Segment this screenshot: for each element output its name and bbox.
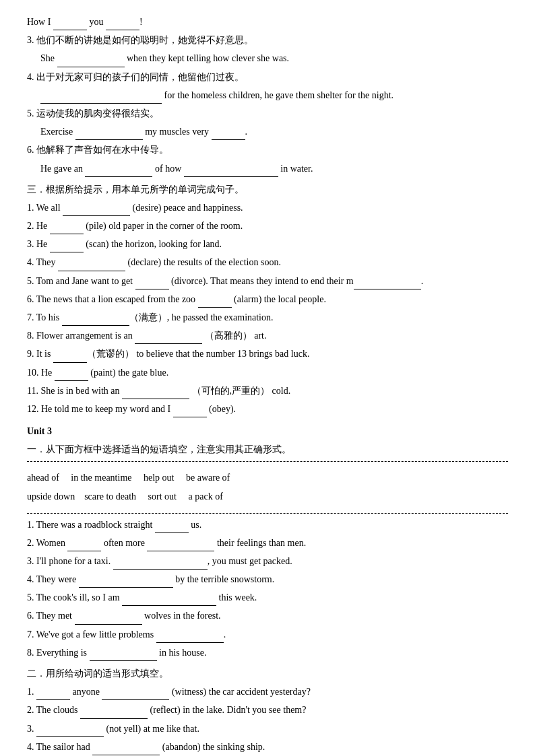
- blank-s3-6[interactable]: [198, 297, 232, 308]
- blank-s3-12[interactable]: [173, 407, 207, 417]
- s3-item-6: 6. The news that a lion escaped from the…: [27, 291, 508, 308]
- blank-u3s2-4[interactable]: [92, 745, 160, 755]
- line-he-gave: He gave an of how in water.: [27, 160, 508, 177]
- blank-s3-1[interactable]: [63, 205, 130, 216]
- u3s1-item-1: 1. There was a roadblock straight us.: [27, 516, 508, 533]
- s3-item-11: 11. She is in bed with an （可怕的,严重的） cold…: [27, 382, 508, 399]
- u3s2-item-4: 4. The sailor had (abandon) the sinking …: [27, 738, 508, 755]
- u3s2-item-1: 1. anyone (witness) the car accident yes…: [27, 683, 508, 700]
- blank-s3-11[interactable]: [122, 388, 189, 399]
- blank-6[interactable]: [212, 129, 245, 140]
- s3-item-10: 10. He (paint) the gate blue.: [27, 364, 508, 381]
- u3s2-header: 二．用所给动词的适当形式填空。: [27, 665, 508, 682]
- line-6-chinese: 6. 他解释了声音如何在水中传导。: [27, 141, 508, 158]
- s3-item-9: 9. It is （荒谬的） to believe that the numbe…: [27, 345, 508, 362]
- line-she: She when they kept telling how clever sh…: [27, 50, 508, 67]
- u3s1-item-8: 8. Everything is in his house.: [27, 644, 508, 661]
- blank-s3-5a[interactable]: [135, 279, 169, 289]
- s3-item-8: 8. Flower arrangement is an （高雅的） art.: [27, 327, 508, 344]
- blank-4[interactable]: [40, 93, 162, 104]
- blank-5[interactable]: [75, 129, 143, 140]
- blank-s3-9[interactable]: [53, 352, 87, 363]
- line-3-chinese: 3. 他们不断的讲她是如何的聪明时，她觉得不好意思。: [27, 32, 508, 48]
- blank-u3s1-1[interactable]: [155, 522, 189, 533]
- phrase-row-2: upside down scare to death sort out a pa…: [27, 487, 508, 506]
- blank-u3s2-1a[interactable]: [36, 689, 70, 700]
- line-how-i: How I you !: [27, 13, 508, 30]
- blank-1[interactable]: [53, 20, 87, 30]
- u3s1-item-6: 6. They met wolves in the forest.: [27, 607, 508, 624]
- blank-u3s1-2a[interactable]: [67, 541, 101, 551]
- section3-header: 三．根据所给提示，用本单元所学的单词完成句子。: [27, 181, 508, 198]
- u3s2-item-3: 3. (not yell) at me like that.: [27, 720, 508, 737]
- section-three-unit2: 三．根据所给提示，用本单元所学的单词完成句子。 1. We all (desir…: [27, 181, 508, 417]
- blank-s3-3[interactable]: [50, 242, 84, 252]
- s3-item-1: 1. We all (desire) peace and happiness.: [27, 199, 508, 216]
- blank-3[interactable]: [57, 57, 125, 67]
- u3s1-item-2: 2. Women often more their feelings than …: [27, 535, 508, 551]
- line-5-chinese: 5. 运动使我的肌肉变得很结实。: [27, 105, 508, 122]
- unit3-section2: 二．用所给动词的适当形式填空。 1. anyone (witness) the …: [27, 665, 508, 756]
- blank-u3s1-6[interactable]: [75, 614, 142, 625]
- divider-bottom: [27, 513, 508, 514]
- line-homeless: for the homeless children, he gave them …: [27, 87, 508, 104]
- blank-s3-5b[interactable]: [354, 279, 421, 289]
- blank-s3-4[interactable]: [58, 261, 125, 271]
- blank-u3s2-1b[interactable]: [102, 689, 169, 700]
- unit3-title: Unit 3: [27, 423, 508, 440]
- s3-item-12: 12. He told me to keep my word and I (ob…: [27, 401, 508, 417]
- u3s1-item-7: 7. We've got a few little problems .: [27, 626, 508, 643]
- blank-7[interactable]: [85, 166, 152, 177]
- blank-8[interactable]: [184, 166, 278, 177]
- phrase-row-1: ahead of in the meantime help out be awa…: [27, 469, 508, 487]
- blank-u3s2-3[interactable]: [36, 726, 104, 737]
- blank-u3s1-2b[interactable]: [147, 541, 214, 551]
- blank-u3s1-7[interactable]: [156, 632, 224, 643]
- divider-top: [27, 461, 508, 462]
- blank-u3s2-2[interactable]: [80, 708, 148, 719]
- s3-item-5: 5. Tom and Jane want to get (divorce). T…: [27, 273, 508, 289]
- blank-u3s1-4[interactable]: [79, 577, 173, 588]
- s3-item-7: 7. To his （满意）, he passed the examinatio…: [27, 309, 508, 326]
- blank-s3-7[interactable]: [62, 315, 129, 326]
- blank-s3-2[interactable]: [50, 224, 84, 234]
- line-exercise: Exercise my muscles very .: [27, 123, 508, 140]
- unit3-section: Unit 3 一．从下面方框中选择适当的短语填空，注意实用其正确形式。 ahea…: [27, 423, 508, 661]
- u3s1-item-4: 4. They were by the terrible snowstorm.: [27, 571, 508, 588]
- s3-item-4: 4. They (declare) the results of the ele…: [27, 254, 508, 271]
- blank-u3s1-8[interactable]: [90, 650, 157, 661]
- page-content: How I you ! 3. 他们不断的讲她是如何的聪明时，她觉得不好意思。 S…: [27, 13, 508, 756]
- u3s2-item-2: 2. The clouds (reflect) in the lake. Did…: [27, 701, 508, 718]
- blank-u3s1-5[interactable]: [122, 595, 216, 606]
- u3s1-item-5: 5. The cook's ill, so I am this week.: [27, 589, 508, 606]
- s3-item-3: 3. He (scan) the horizon, looking for la…: [27, 236, 508, 252]
- u3s1-item-3: 3. I'll phone for a taxi. , you must get…: [27, 553, 508, 570]
- unit3-s1-header: 一．从下面方框中选择适当的短语填空，注意实用其正确形式。: [27, 441, 508, 458]
- blank-u3s1-3[interactable]: [113, 559, 208, 570]
- phrase-box: ahead of in the meantime help out be awa…: [27, 465, 508, 510]
- line-4-chinese: 4. 出于对无家可归的孩子们的同情，他留他们过夜。: [27, 69, 508, 85]
- blank-2[interactable]: [106, 20, 139, 30]
- continuation-section: How I you ! 3. 他们不断的讲她是如何的聪明时，她觉得不好意思。 S…: [27, 13, 508, 177]
- s3-item-2: 2. He (pile) old paper in the corner of …: [27, 217, 508, 234]
- blank-s3-10[interactable]: [55, 370, 88, 381]
- blank-s3-8[interactable]: [135, 333, 202, 344]
